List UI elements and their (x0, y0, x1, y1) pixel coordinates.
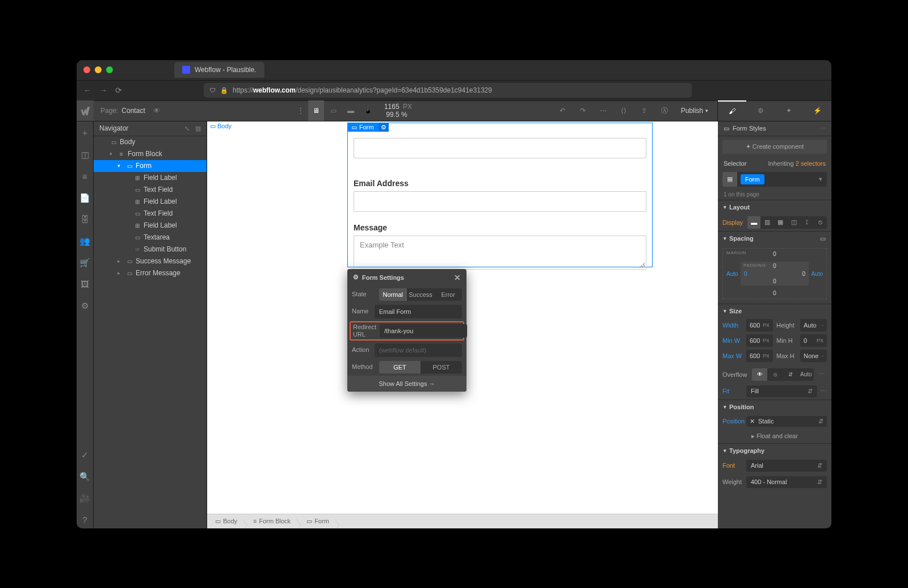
design-canvas[interactable]: ▭ Body ▭ Form⚙ Email Address Message Exa… (207, 121, 718, 514)
search-panel[interactable]: 🔍 (77, 468, 94, 485)
breadcrumb-form[interactable]: ▭ Form (303, 518, 336, 525)
position-section[interactable]: ▾Position (718, 400, 831, 414)
method-get[interactable]: GET (379, 361, 421, 373)
tree-item[interactable]: ⊞Field Label (94, 220, 207, 232)
reload-button[interactable]: ⟳ (115, 86, 122, 95)
minw-input[interactable]: 600PX (746, 334, 773, 347)
state-success[interactable]: Success (407, 288, 435, 301)
desktop-device[interactable]: 🖥 (308, 100, 325, 121)
position-select[interactable]: ✕Static⇵ (746, 416, 827, 427)
close-icon[interactable]: ✕ (454, 273, 461, 282)
selector-tag[interactable]: Form (741, 174, 764, 184)
create-component-button[interactable]: ✦ Create component (722, 140, 827, 154)
code-button[interactable]: ⟨⟩ (614, 100, 633, 121)
overflow-visible[interactable]: 👁 (752, 368, 767, 381)
pages-panel[interactable]: 📄 (77, 190, 94, 207)
cms-panel[interactable]: 🗄 (77, 211, 94, 228)
back-button[interactable]: ← (83, 86, 91, 95)
more-icon[interactable]: ⋯ (819, 125, 826, 132)
components-panel[interactable]: ◫ (77, 146, 94, 163)
help-panel[interactable]: ? (77, 511, 94, 528)
tree-item[interactable]: ⊞Field Label (94, 196, 207, 208)
close-window[interactable] (83, 66, 90, 73)
minimize-window[interactable] (95, 66, 102, 73)
overflow-hidden[interactable]: ⦸ (767, 368, 783, 381)
export-button[interactable]: ⇪ (634, 100, 654, 121)
width-input[interactable]: 600PX (746, 319, 773, 331)
tablet-landscape[interactable]: ▬ (343, 100, 359, 121)
display-none[interactable]: ⦸ (814, 216, 827, 229)
audit-panel[interactable]: ✓ (77, 447, 94, 464)
tree-item[interactable]: ▸▭Success Message (94, 255, 207, 267)
style-tab[interactable]: 🖌 (718, 100, 746, 121)
assets-panel[interactable]: 🖼 (77, 276, 94, 293)
video-panel[interactable]: 🎥 (77, 490, 94, 507)
settings-panel[interactable]: ⚙ (77, 297, 94, 314)
settings-tab[interactable]: ⚙ (746, 100, 775, 121)
display-grid[interactable]: ▦ (774, 216, 787, 229)
body-element-tag[interactable]: ▭ Body (210, 123, 232, 130)
preview-icon[interactable]: 👁 (153, 107, 160, 115)
tree-item[interactable]: ▭Body (94, 136, 207, 148)
page-info[interactable]: Page: Contact 👁 (94, 107, 167, 115)
more-icon[interactable]: ⋯ (821, 388, 827, 395)
spacing-section[interactable]: ▾Spacing▭ (718, 232, 831, 246)
display-flex[interactable]: ▥ (760, 216, 774, 229)
maxh-input[interactable]: None- (800, 350, 827, 362)
fit-select[interactable]: Fill⇵ (746, 385, 817, 397)
url-field[interactable]: 🛡 🔒 https://webflow.com/design/plausible… (204, 83, 692, 98)
font-select[interactable]: Arial⇵ (746, 460, 827, 472)
display-inline[interactable]: 𝙸 (800, 216, 813, 229)
overflow-scroll[interactable]: ⇵ (783, 368, 798, 381)
collapse-icon[interactable]: ⤡ (184, 125, 190, 132)
state-error[interactable]: Error (434, 288, 462, 301)
navigator-panel[interactable]: ≡ (77, 168, 94, 185)
form-element-tag[interactable]: ▭ Form⚙ (348, 123, 389, 132)
gear-icon[interactable]: ⚙ (379, 123, 389, 132)
maximize-window[interactable] (106, 66, 113, 73)
typography-section[interactable]: ▾Typography (718, 444, 831, 457)
message-textarea[interactable]: Example Text (354, 236, 646, 270)
resize-handle[interactable] (639, 262, 645, 268)
audit-button[interactable]: Ⓐ (655, 100, 674, 121)
weight-select[interactable]: 400 - Normal⇵ (746, 476, 827, 488)
tree-item[interactable]: ▾≡Form Block (94, 148, 207, 160)
undo-button[interactable]: ↶ (553, 100, 572, 121)
tree-item[interactable]: ▭Textarea (94, 232, 207, 243)
breadcrumb-formblock[interactable]: ≡ Form Block (250, 518, 297, 524)
maxw-input[interactable]: 600PX (746, 350, 773, 362)
tree-item[interactable]: ▭Text Field (94, 208, 207, 220)
inherit-link[interactable]: 2 selectors (796, 160, 826, 167)
selector-field[interactable]: ▦ Form ▾ (722, 172, 827, 187)
method-post[interactable]: POST (421, 361, 462, 373)
tree-item[interactable]: ▸▭Error Message (94, 267, 207, 279)
email-text-field[interactable] (354, 191, 646, 212)
effects-tab[interactable]: ⚡ (803, 100, 831, 121)
browser-tab[interactable]: Webflow - Plausible. (174, 62, 264, 78)
minh-input[interactable]: 0PX (800, 334, 827, 347)
float-clear[interactable]: ▸ Float and clear (718, 429, 831, 443)
action-input[interactable] (375, 343, 462, 357)
pin-icon[interactable]: ▥ (195, 125, 201, 132)
redirect-url-input[interactable] (380, 324, 467, 338)
display-inline-block[interactable]: ◫ (787, 216, 800, 229)
more-icon[interactable]: ⋯ (816, 371, 827, 378)
mobile-device[interactable]: 📱 (360, 100, 376, 121)
spacing-editor[interactable]: MARGIN 0 Auto Auto 0 PADDING 0 0 0 0 (722, 248, 827, 299)
tree-item[interactable]: ▭Text Field (94, 184, 207, 196)
comments-button[interactable]: ⋯ (594, 100, 613, 121)
canvas-size[interactable]: 1165 PX 99.5 % (384, 103, 425, 119)
webflow-logo[interactable] (77, 100, 94, 121)
name-text-field[interactable] (354, 138, 646, 158)
tree-item[interactable]: ▾▭Form (94, 160, 207, 172)
publish-button[interactable]: Publish ▾ (675, 107, 714, 115)
add-panel[interactable]: ＋ (77, 125, 94, 142)
chevron-down-icon[interactable]: ▾ (814, 175, 827, 183)
layout-section[interactable]: ▾Layout (718, 200, 831, 214)
overflow-auto[interactable]: Auto (798, 368, 814, 381)
tree-item[interactable]: ⊞Field Label (94, 172, 207, 184)
breadcrumb-body[interactable]: ▭ Body (212, 518, 244, 525)
ecommerce-panel[interactable]: 🛒 (77, 254, 94, 271)
show-all-settings[interactable]: Show All Settings → (347, 376, 466, 392)
tablet-device[interactable]: ▭ (325, 100, 342, 121)
